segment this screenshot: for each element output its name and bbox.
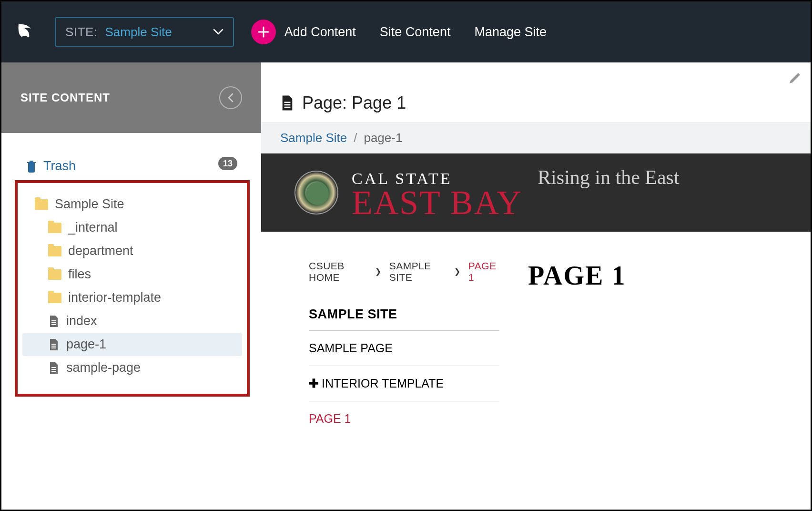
page-icon — [48, 361, 60, 375]
chevron-left-icon — [227, 92, 234, 103]
main: SITE CONTENT Trash 13 Sample Site — [1, 62, 811, 510]
pencil-icon — [788, 71, 802, 85]
collapse-sidebar-button[interactable] — [219, 86, 242, 109]
sidebar-body: Trash 13 Sample Site _internal departmen… — [1, 133, 261, 397]
tree-item-internal[interactable]: _internal — [22, 216, 242, 239]
chevron-down-icon — [213, 29, 223, 35]
tree-item-label: sample-page — [66, 360, 141, 375]
tree-item-files[interactable]: files — [22, 263, 242, 286]
chevron-right-icon: ❯ — [375, 267, 382, 276]
preview-breadcrumb-home[interactable]: CSUEB HOME — [309, 260, 367, 283]
trash-icon — [26, 160, 37, 173]
edit-button[interactable] — [788, 71, 802, 85]
sidenav-item-label: INTERIOR TEMPLATE — [322, 377, 444, 390]
tree-item-page-1[interactable]: page-1 — [22, 333, 242, 356]
folder-open-icon — [35, 199, 48, 210]
page-icon — [48, 315, 60, 328]
sidebar-title: SITE CONTENT — [20, 91, 110, 104]
sidenav-title: SAMPLE SITE — [309, 307, 499, 331]
nav-manage-site[interactable]: Manage Site — [474, 25, 547, 40]
preview-breadcrumb: CSUEB HOME ❯ SAMPLE SITE ❯ PAGE 1 — [309, 260, 499, 283]
site-selector-label: SITE: — [65, 25, 98, 40]
folder-icon — [48, 223, 61, 233]
tree-item-sample-page[interactable]: sample-page — [22, 356, 242, 379]
university-seal-icon — [294, 171, 338, 215]
tree-item-index[interactable]: index — [22, 309, 242, 333]
banner-line2: EAST BAY — [352, 186, 522, 219]
preview-body: CSUEB HOME ❯ SAMPLE SITE ❯ PAGE 1 SAMPLE… — [261, 232, 811, 465]
plus-icon: ✚ — [309, 377, 319, 390]
trash-count-badge: 13 — [218, 157, 237, 170]
tree-item-label: interior-template — [68, 290, 161, 305]
banner-text: CAL STATE EAST BAY Rising in the East — [352, 166, 680, 219]
tree-item-department[interactable]: department — [22, 239, 242, 263]
tree-item-label: files — [68, 267, 91, 282]
topbar: SITE: Sample Site Add Content Site Conte… — [1, 1, 811, 62]
nav-site-content[interactable]: Site Content — [380, 25, 451, 40]
add-content-button[interactable]: Add Content — [251, 20, 356, 44]
tree-item-label: page-1 — [66, 337, 106, 352]
page-icon — [48, 338, 60, 351]
tree-highlight-annotation: Sample Site _internal department files i… — [15, 180, 250, 397]
tree-item-label: index — [66, 314, 97, 328]
sidebar-header: SITE CONTENT — [1, 62, 261, 133]
page-heading: Page: Page 1 — [261, 62, 811, 123]
sidenav-item-interior-template[interactable]: ✚INTERIOR TEMPLATE — [309, 366, 499, 401]
breadcrumb-current: page-1 — [364, 131, 402, 145]
trash-row[interactable]: Trash 13 — [1, 156, 261, 176]
preview-breadcrumb-site[interactable]: SAMPLE SITE — [389, 260, 447, 283]
tree-root-label: Sample Site — [55, 197, 124, 212]
site-selector-value: Sample Site — [105, 25, 172, 40]
sidebar: SITE CONTENT Trash 13 Sample Site — [1, 62, 261, 510]
banner-tagline: Rising in the East — [538, 166, 680, 189]
chevron-right-icon: ❯ — [454, 267, 461, 276]
page-icon — [280, 94, 294, 112]
folder-icon — [48, 269, 61, 280]
preview-page-title: PAGE 1 — [528, 260, 763, 291]
tree-root[interactable]: Sample Site — [22, 193, 242, 216]
content-pane: Page: Page 1 Sample Site / page-1 CAL ST… — [261, 62, 811, 510]
sidenav-item-sample-page[interactable]: SAMPLE PAGE — [309, 331, 499, 366]
site-selector[interactable]: SITE: Sample Site — [55, 17, 234, 47]
add-content-label: Add Content — [284, 25, 356, 40]
page-heading-text: Page: Page 1 — [302, 93, 406, 113]
preview-breadcrumb-page: PAGE 1 — [468, 260, 499, 283]
breadcrumb-separator: / — [354, 131, 357, 145]
tree-item-interior-template[interactable]: interior-template — [22, 286, 242, 309]
sidenav-item-page-1[interactable]: PAGE 1 — [309, 401, 499, 436]
breadcrumb-root[interactable]: Sample Site — [280, 131, 347, 145]
folder-icon — [48, 293, 61, 303]
plus-icon — [251, 20, 276, 44]
folder-icon — [48, 246, 61, 256]
breadcrumb: Sample Site / page-1 — [261, 123, 811, 153]
preview-banner: CAL STATE EAST BAY Rising in the East — [261, 153, 811, 232]
app-logo-icon — [13, 20, 40, 43]
preview-right-column: PAGE 1 — [528, 260, 763, 436]
tree-item-label: department — [68, 244, 133, 258]
preview-left-column: CSUEB HOME ❯ SAMPLE SITE ❯ PAGE 1 SAMPLE… — [309, 260, 499, 436]
trash-label: Trash — [43, 159, 76, 174]
tree-item-label: _internal — [68, 220, 118, 235]
